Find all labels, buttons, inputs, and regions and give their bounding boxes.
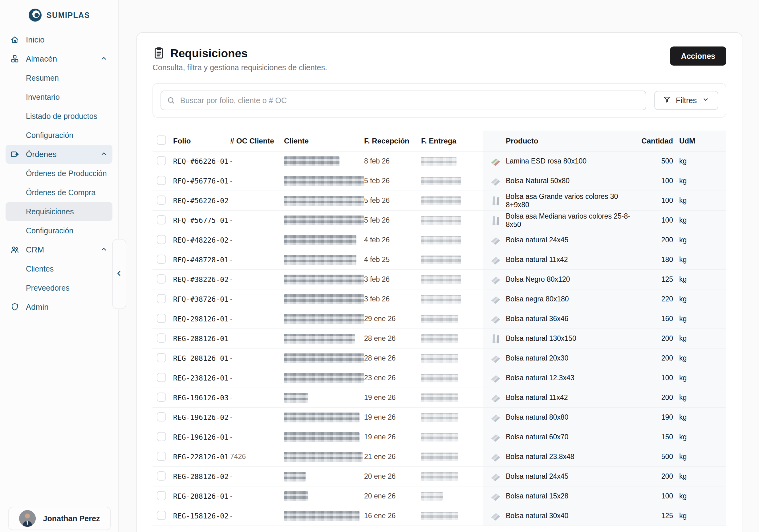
table-row[interactable]: REG-196126-01 - 19 ene 26 Bolsa natural … [152,427,726,447]
row-checkbox[interactable] [157,511,166,520]
folio-cell: RFQ-#48728-01 [173,256,230,264]
table-row[interactable]: RFQ-#38726-01 - 3 feb 26 Bolsa negra 80x… [152,289,726,309]
row-checkbox[interactable] [157,452,166,461]
sidebar-item-almacen[interactable]: Almacén [6,49,112,68]
table-row[interactable]: REQ-#38226-02 - 3 feb 26 Bolsa Negro 80x… [152,270,726,289]
sidebar-item-resumen[interactable]: Resumen [6,68,112,88]
row-checkbox[interactable] [157,314,166,323]
product-name: Bolsa natural 11x42 [504,255,636,264]
clipboard-icon [152,47,165,61]
table-row[interactable]: REG-196126-02 - 19 ene 26 Bolsa natural … [152,408,726,427]
row-checkbox[interactable] [157,393,166,402]
table-row[interactable]: REG-158126-02 - 16 ene 26 Bolsa natural … [152,506,726,526]
producto-cell: Bolsa natural 12.3x43 100 kg [483,368,726,388]
product-name: Bolsa natural 80x80 [504,413,636,422]
row-checkbox[interactable] [157,471,166,480]
table-row[interactable]: REQ-#56226-02 - 5 feb 26 Bolsa asa Grand… [152,191,726,210]
sidebar-item-ordenes[interactable]: Órdenes [6,145,112,164]
user-profile-card[interactable]: Jonathan Perez [8,507,111,530]
table-row[interactable]: REG-288126-01 - 28 ene 26 Bolsa natural … [152,329,726,349]
table-row[interactable]: REG-238126-01 - 23 ene 26 Bolsa natural … [152,368,726,388]
row-checkbox[interactable] [157,156,166,165]
table-row[interactable]: REG-208126-01 - 28 ene 26 Bolsa natural … [152,349,726,368]
redacted-client-name [284,452,363,462]
product-name: Bolsa asa Grande varios colores 30-8+9x8… [504,192,636,209]
cantidad-value: 500 [636,157,673,165]
col-f-recepcion: F. Recepción [364,137,421,145]
acciones-button[interactable]: Acciones [670,47,726,65]
row-checkbox[interactable] [157,176,166,185]
table-row[interactable]: REG-288126-02 - 20 ene 26 Bolsa natural … [152,467,726,486]
sidebar-subitem-label: Clientes [26,264,54,273]
sidebar-item-label: Inicio [26,35,108,45]
product-thumbnail-icon [487,509,504,523]
sidebar-item-preveedores[interactable]: Preveedores [6,278,112,297]
sidebar-item-ordenes-de-produccion[interactable]: Órdenes de Producción [6,164,112,183]
redacted-delivery-date [421,177,461,185]
select-all-checkbox[interactable] [157,135,166,145]
table-row[interactable]: REG-288126-01 - 20 ene 26 Bolsa natural … [152,486,726,506]
sidebar-item-clientes[interactable]: Clientes [6,259,112,278]
sidebar-collapse-button[interactable] [112,239,126,309]
table-row[interactable]: RFQ-#56775-01 - 5 feb 26 Bolsa asa Media… [152,210,726,230]
cantidad-value: 100 [636,374,673,382]
row-checkbox[interactable] [157,196,166,205]
sidebar-item-configuracion[interactable]: Configuración [6,221,112,240]
row-checkbox[interactable] [157,353,166,362]
row-checkbox[interactable] [157,412,166,422]
fecha-recepcion-cell: 16 ene 26 [364,512,421,520]
row-checkbox[interactable] [157,432,166,441]
sidebar-item-inicio[interactable]: Inicio [6,30,112,49]
row-checkbox[interactable] [157,255,166,264]
product-name: Bolsa Natural 50x80 [504,177,636,185]
table-row[interactable]: REQ-#48226-02 - 4 feb 26 Bolsa natural 2… [152,230,726,250]
row-checkbox[interactable] [157,333,166,343]
udm-value: kg [679,374,705,382]
oc-cliente-cell: - [230,472,284,480]
sidebar-item-admin[interactable]: Admin [6,297,112,317]
row-checkbox[interactable] [157,294,166,303]
table-row[interactable]: REQ-#66226-01 - 8 feb 26 Lamina ESD rosa… [152,151,726,171]
folio-cell: REG-196126-01 [173,433,230,441]
sidebar-item-listado-de-productos[interactable]: Listado de productos [6,106,112,126]
table-row[interactable]: RFQ-#48728-01 - 4 feb 25 Bolsa natural 1… [152,250,726,270]
crm-icon [10,245,20,255]
col-cantidad: Cantidad [636,137,673,145]
redacted-client-name [284,314,364,324]
requisitions-table: Folio # OC Cliente Cliente F. Recepción … [152,131,726,526]
table-row[interactable]: RFQ-#56776-01 - 5 feb 26 Bolsa Natural 5… [152,171,726,191]
sidebar-item-ordenes-de-compra[interactable]: Órdenes de Compra [6,183,112,202]
filters-button[interactable]: Filtres [654,91,718,110]
row-checkbox[interactable] [157,235,166,244]
oc-cliente-cell: - [230,512,284,520]
sidebar-item-configuracion[interactable]: Configuración [6,126,112,145]
fecha-recepcion-cell: 5 feb 26 [364,196,421,205]
sidebar-item-requisiciones[interactable]: Requisiciones [6,202,112,221]
table-row[interactable]: REG-228126-01 7426 21 ene 26 Bolsa natur… [152,447,726,467]
redacted-client-name [284,472,305,481]
product-thumbnail-icon [487,213,504,228]
oc-cliente-cell: - [230,177,284,185]
sidebar-subitem-label: Configuración [26,226,73,235]
product-name: Bolsa natural 23.8x48 [504,453,636,461]
product-thumbnail-icon [487,252,504,267]
sidebar-item-inventario[interactable]: Inventario [6,88,112,106]
producto-cell: Bolsa natural 11x42 200 kg [483,388,726,407]
row-checkbox[interactable] [157,274,166,284]
product-name: Bolsa natural 15x28 [504,492,636,500]
cantidad-value: 200 [636,236,673,244]
udm-value: kg [679,315,705,323]
cantidad-value: 125 [636,512,673,520]
redacted-client-name [284,354,364,363]
table-row[interactable]: REQ-298126-01 - 29 ene 26 Bolsa natural … [152,309,726,329]
row-checkbox[interactable] [157,215,166,224]
cantidad-value: 100 [636,177,673,185]
sidebar-item-crm[interactable]: CRM [6,240,112,259]
table-row[interactable]: REG-196126-03 - 19 ene 26 Bolsa natural … [152,388,726,408]
udm-value: kg [679,334,705,343]
row-checkbox[interactable] [157,373,166,382]
udm-value: kg [679,196,705,205]
row-checkbox[interactable] [157,491,166,500]
search-input[interactable] [160,91,646,110]
oc-cliente-cell: - [230,295,284,303]
